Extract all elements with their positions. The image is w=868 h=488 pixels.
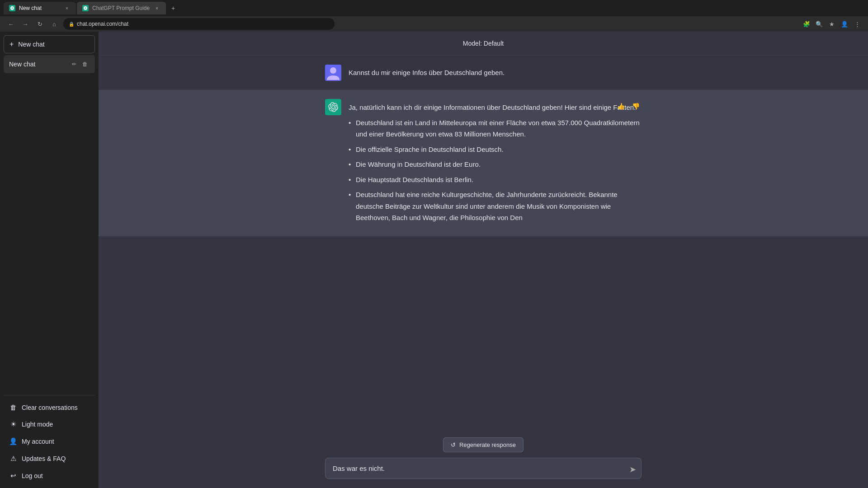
tab-close-2[interactable]: ×	[153, 5, 160, 12]
chat-history-item[interactable]: New chat ✏ 🗑	[4, 55, 95, 73]
sidebar-item-light-mode[interactable]: ☀ Light mode	[4, 416, 95, 433]
ai-message-content: Ja, natürlich kann ich dir einige Inform…	[349, 99, 642, 227]
new-chat-plus-icon: +	[9, 40, 14, 48]
user-avatar	[325, 65, 341, 81]
settings-icon[interactable]: ⋮	[852, 19, 863, 29]
ai-bullet-4: Die Hauptstadt Deutschlands ist Berlin.	[349, 174, 642, 186]
refresh-button[interactable]: ↻	[34, 19, 45, 29]
tab-new-chat[interactable]: New chat ×	[4, 2, 76, 14]
profile-icon[interactable]: 👤	[839, 19, 850, 29]
bottom-area: ↺ Regenerate response Das war es nicht. …	[99, 430, 868, 488]
tab-prompt-guide[interactable]: ChatGPT Prompt Guide ×	[77, 2, 166, 14]
sidebar-item-logout[interactable]: ↩ Log out	[4, 467, 95, 484]
new-tab-button[interactable]: +	[167, 2, 179, 14]
sidebar-top: + New chat New chat ✏ 🗑	[4, 35, 95, 395]
message-actions: 👍 👎	[615, 102, 642, 111]
ai-bullets-list: Deutschland ist ein Land in Mitteleuropa…	[349, 117, 642, 224]
back-button[interactable]: ←	[5, 19, 16, 29]
user-message-row: Kannst du mir einige Infos über Deutschl…	[99, 56, 868, 90]
tab-favicon-1	[9, 5, 15, 11]
send-icon: ➤	[629, 465, 636, 474]
url-bar[interactable]: 🔒 chat.openai.com/chat	[63, 18, 335, 30]
send-button[interactable]: ➤	[629, 465, 636, 474]
account-label: My account	[22, 438, 54, 445]
logout-label: Log out	[22, 472, 43, 479]
user-message-inner: Kannst du mir einige Infos über Deutschl…	[325, 65, 642, 81]
ai-avatar	[325, 99, 341, 115]
new-chat-button[interactable]: + New chat	[4, 35, 95, 53]
ai-bullet-5: Deutschland hat eine reiche Kulturgeschi…	[349, 189, 642, 224]
ai-bullet-2: Die offizielle Sprache in Deutschland is…	[349, 144, 642, 155]
url-text: chat.openai.com/chat	[77, 21, 128, 27]
sidebar-item-clear[interactable]: 🗑 Clear conversations	[4, 399, 95, 416]
new-chat-label: New chat	[18, 41, 44, 48]
sidebar-item-updates[interactable]: ⚠ Updates & FAQ	[4, 450, 95, 467]
app-layout: + New chat New chat ✏ 🗑 🗑 Clear conversa…	[0, 32, 868, 488]
input-container: Das war es nicht. ➤	[325, 458, 642, 481]
chat-input[interactable]: Das war es nicht.	[325, 458, 642, 479]
ai-bullet-1: Deutschland ist ein Land in Mitteleuropa…	[349, 117, 642, 140]
account-icon: 👤	[9, 437, 17, 446]
bookmark-icon[interactable]: ★	[826, 19, 837, 29]
updates-label: Updates & FAQ	[22, 455, 66, 462]
chat-item-label: New chat	[9, 61, 70, 68]
chat-area: Kannst du mir einige Infos über Deutschl…	[99, 56, 868, 430]
sidebar-item-account[interactable]: 👤 My account	[4, 433, 95, 450]
svg-point-1	[330, 67, 336, 74]
tab-label-1: New chat	[19, 5, 60, 11]
ai-bullet-3: Die Währung in Deutschland ist der Euro.	[349, 159, 642, 170]
light-mode-icon: ☀	[9, 420, 17, 428]
toolbar-actions: 🧩 🔍 ★ 👤 ⋮	[801, 19, 863, 29]
clear-label: Clear conversations	[22, 404, 78, 411]
empty-space	[99, 236, 868, 431]
ai-message-row: Ja, natürlich kann ich dir einige Inform…	[99, 90, 868, 236]
user-message-text: Kannst du mir einige Infos über Deutschl…	[349, 65, 505, 78]
clear-icon: 🗑	[9, 404, 17, 411]
model-label: Model: Default	[463, 40, 504, 47]
logout-icon: ↩	[9, 472, 17, 480]
edit-chat-button[interactable]: ✏	[70, 60, 79, 69]
tab-favicon-2	[82, 5, 89, 11]
lock-icon: 🔒	[69, 22, 74, 27]
zoom-icon[interactable]: 🔍	[814, 19, 825, 29]
extensions-icon[interactable]: 🧩	[801, 19, 812, 29]
delete-chat-button[interactable]: 🗑	[80, 60, 90, 69]
model-header: Model: Default	[99, 32, 868, 56]
home-button[interactable]: ⌂	[49, 19, 60, 29]
updates-icon: ⚠	[9, 455, 17, 463]
sidebar: + New chat New chat ✏ 🗑 🗑 Clear conversa…	[0, 32, 99, 488]
tab-close-1[interactable]: ×	[63, 5, 71, 12]
forward-button[interactable]: →	[20, 19, 31, 29]
thumbs-down-button[interactable]: 👎	[630, 102, 642, 111]
main-content: Model: Default Kannst du mir einige Info…	[99, 32, 868, 488]
tab-bar: New chat × ChatGPT Prompt Guide × +	[0, 0, 868, 16]
chat-item-actions: ✏ 🗑	[70, 60, 90, 69]
thumbs-up-button[interactable]: 👍	[615, 102, 627, 111]
ai-intro-text: Ja, natürlich kann ich dir einige Inform…	[349, 103, 636, 111]
regenerate-button[interactable]: ↺ Regenerate response	[443, 437, 524, 452]
tab-label-2: ChatGPT Prompt Guide	[92, 5, 150, 11]
regenerate-label: Regenerate response	[459, 441, 516, 448]
light-mode-label: Light mode	[22, 421, 53, 428]
sidebar-bottom: 🗑 Clear conversations ☀ Light mode 👤 My …	[4, 395, 95, 484]
browser-chrome: New chat × ChatGPT Prompt Guide × + ← → …	[0, 0, 868, 32]
address-bar: ← → ↻ ⌂ 🔒 chat.openai.com/chat 🧩 🔍 ★ 👤 ⋮	[0, 16, 868, 32]
ai-message-inner: Ja, natürlich kann ich dir einige Inform…	[325, 99, 642, 227]
regenerate-icon: ↺	[451, 441, 456, 448]
